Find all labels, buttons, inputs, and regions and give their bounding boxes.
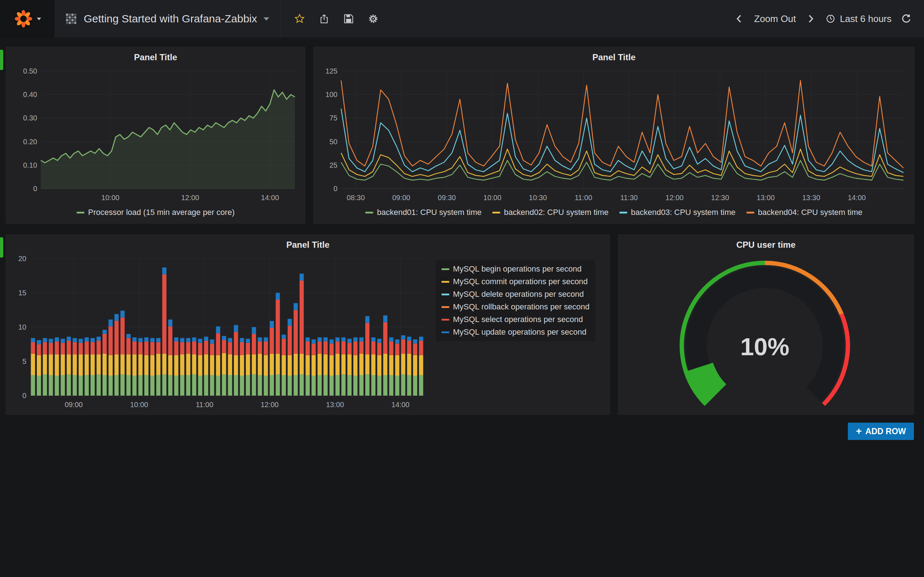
bar-segment	[377, 376, 381, 396]
bar-segment	[341, 342, 346, 355]
legend-item[interactable]: backend01: CPU system time	[365, 208, 481, 217]
panel-title[interactable]: Panel Title	[10, 47, 300, 66]
bar-segment	[341, 338, 346, 342]
panel-title[interactable]: Panel Title	[318, 47, 910, 66]
legend-item[interactable]: MySQL select operations per second	[441, 315, 590, 324]
dashboard-title: Getting Started with Grafana-Zabbix	[84, 13, 257, 25]
bar-segment	[210, 344, 215, 355]
bar-segment	[84, 342, 89, 355]
bar-segment	[407, 375, 412, 396]
row-toggle-handle[interactable]	[0, 237, 3, 258]
panel-title[interactable]: Panel Title	[10, 235, 605, 253]
bar-segment	[109, 355, 113, 376]
bar-segment	[126, 334, 131, 338]
add-row-button[interactable]: + ADD ROW	[848, 423, 914, 440]
y-tick-label: 20	[18, 255, 26, 263]
bar-segment	[389, 338, 393, 342]
bar-segment	[90, 342, 95, 355]
chart-legend: Processor load (15 min average per core)	[10, 205, 300, 220]
bar-segment	[372, 342, 376, 355]
bar-segment	[401, 354, 405, 374]
line-chart-processor-load[interactable]: 00.100.200.300.400.5010:0012:0014:00	[10, 66, 301, 205]
legend-swatch	[441, 306, 449, 308]
refresh-icon	[901, 13, 912, 24]
bar-segment	[365, 374, 370, 396]
bar-segment	[198, 376, 202, 396]
bar-segment	[31, 342, 36, 354]
bar-segment	[97, 355, 101, 374]
bar-segment	[216, 333, 220, 355]
bar-segment	[156, 338, 161, 342]
zoom-out-button[interactable]: Zoom Out	[754, 13, 796, 24]
bar-segment	[180, 342, 184, 355]
legend-item[interactable]: Processor load (15 min average per core)	[76, 208, 234, 217]
row-toggle-handle[interactable]	[0, 50, 3, 70]
bar-segment	[228, 375, 233, 396]
bar-segment	[294, 310, 298, 354]
dashboard-picker[interactable]: Getting Started with Grafana-Zabbix	[54, 0, 281, 37]
bar-segment	[234, 375, 238, 396]
y-tick-label: 50	[330, 138, 338, 146]
bar-segment	[210, 339, 215, 343]
bar-chart-mysql-operations[interactable]: 0510152009:0010:0011:0012:0013:0014:00	[10, 253, 429, 412]
grafana-logo-icon	[13, 8, 34, 29]
legend-item[interactable]: MySQL commit operations per second	[441, 277, 590, 286]
bar-segment	[43, 338, 47, 342]
bar-segment	[353, 376, 358, 396]
add-row-label: ADD ROW	[866, 427, 906, 436]
bar-segment	[300, 280, 304, 354]
legend-swatch	[441, 319, 449, 321]
line-chart-cpu-system-time[interactable]: 025507510012508:3009:0009:3010:0010:3011…	[318, 66, 910, 205]
bar-segment	[360, 375, 364, 396]
bar-segment	[252, 334, 256, 355]
grafana-logo-menu[interactable]	[0, 0, 54, 37]
legend-label: MySQL update operations per second	[453, 327, 586, 337]
bar-segment	[312, 344, 316, 355]
legend-item[interactable]: MySQL rollback operations per second	[441, 302, 590, 311]
bar-segment	[276, 300, 280, 354]
bar-segment	[79, 338, 83, 343]
time-shift-forward-button[interactable]	[805, 13, 816, 24]
time-range-label: Last 6 hours	[840, 13, 892, 24]
bar-segment	[383, 354, 388, 375]
time-range-picker[interactable]: Last 6 hours	[825, 13, 892, 24]
bar-segment	[294, 354, 298, 375]
refresh-button[interactable]	[901, 13, 912, 24]
x-tick-label: 10:00	[483, 193, 501, 201]
bar-segment	[144, 375, 149, 396]
time-controls: Zoom Out Last 6 hours	[734, 13, 924, 24]
legend-item[interactable]: MySQL delete operations per second	[441, 290, 590, 299]
y-tick-label: 0.50	[23, 67, 37, 75]
save-button[interactable]	[343, 13, 354, 24]
x-tick-label: 13:00	[756, 193, 775, 201]
favorite-button[interactable]	[294, 13, 305, 24]
y-tick-label: 0.30	[23, 114, 37, 122]
panel-cpu-user-time: CPU user time 10%	[618, 234, 914, 415]
legend-item[interactable]: backend02: CPU system time	[492, 208, 609, 217]
legend-item[interactable]: backend04: CPU system time	[746, 208, 863, 217]
settings-button[interactable]	[368, 13, 379, 24]
bar-segment	[121, 318, 125, 355]
bar-segment	[144, 338, 149, 342]
bar-segment	[281, 375, 286, 396]
bar-segment	[61, 355, 65, 375]
bar-segment	[360, 338, 364, 342]
bar-segment	[222, 336, 226, 340]
bar-segment	[419, 337, 423, 341]
bar-segment	[335, 354, 340, 375]
gauge-value-bar	[699, 367, 716, 395]
legend-item[interactable]: MySQL update operations per second	[441, 327, 590, 337]
time-shift-back-button[interactable]	[734, 13, 745, 24]
bar-segment	[300, 374, 304, 396]
bar-segment	[312, 355, 316, 376]
panel-title[interactable]: CPU user time	[623, 235, 909, 253]
bar-segment	[61, 343, 65, 355]
legend-item[interactable]: MySQL begin operations per second	[441, 264, 590, 274]
legend-item[interactable]: backend03: CPU system time	[619, 208, 736, 217]
bar-segment	[401, 339, 405, 354]
bar-segment	[323, 342, 328, 355]
share-button[interactable]	[319, 13, 330, 24]
y-tick-label: 25	[330, 161, 338, 169]
bar-segment	[330, 376, 334, 396]
bar-segment	[174, 355, 179, 376]
